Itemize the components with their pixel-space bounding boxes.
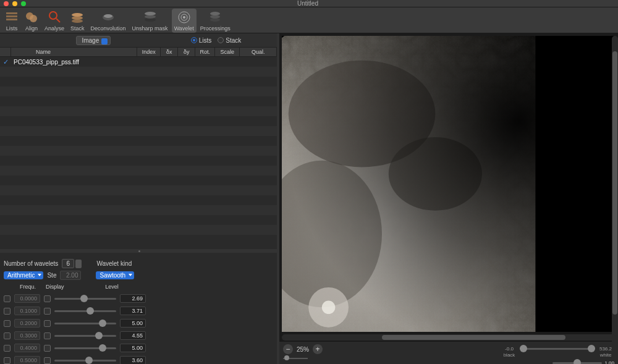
layer-level-field[interactable]: 3.71 (120, 307, 146, 315)
wavelet-kind-label: Wavelet kind (96, 260, 132, 267)
wavelet-algorithm-select[interactable]: Arithmetic (4, 271, 43, 279)
wavelet-icon (177, 10, 191, 25)
list-row-empty (0, 225, 277, 235)
svg-point-4 (30, 15, 37, 22)
list-row-empty (0, 156, 277, 166)
svg-line-6 (56, 19, 60, 22)
gamma-slider[interactable] (552, 358, 602, 364)
layer-level-field[interactable]: 4.55 (120, 331, 146, 340)
toolbar-label: Analyse (44, 25, 64, 32)
list-row-empty (0, 185, 277, 195)
window-title: Untitled (1, 0, 614, 7)
toolbar-wavelet[interactable]: Wavelet (172, 9, 197, 33)
toolbar-label: Lists (6, 25, 18, 32)
layer-level-slider[interactable] (54, 319, 116, 328)
layer-freq-checkbox[interactable] (4, 345, 11, 352)
unsharp-icon (143, 10, 157, 25)
toolbar-deconvolution[interactable]: Deconvolution (88, 9, 129, 33)
toolbar-align[interactable]: Align (22, 9, 41, 33)
layer-level-field[interactable]: 5.00 (120, 344, 146, 352)
layer-display-checkbox[interactable] (44, 308, 51, 315)
wavelet-layer-headers: Frequ. Display Level (4, 284, 273, 290)
col-check[interactable] (0, 48, 11, 56)
toolbar-label: Wavelet (174, 25, 194, 32)
layer-level-field[interactable]: 3.60 (120, 356, 146, 364)
row-filename: PC040533_pipp_pss.tiff (11, 59, 277, 66)
wavelet-layers-container: 0.00002.690.10003.710.20005.000.30004.55… (4, 292, 273, 364)
step-value-field[interactable]: 2.00 (60, 271, 81, 280)
num-wavelets-stepper[interactable]: 6 (62, 259, 82, 268)
layer-display-checkbox[interactable] (44, 345, 51, 352)
layer-freq-checkbox[interactable] (4, 295, 11, 302)
viewer-horizontal-scrollbar[interactable] (282, 334, 616, 341)
svg-rect-0 (6, 12, 17, 14)
layer-level-slider[interactable] (54, 344, 116, 352)
radio-stack[interactable]: Stack (218, 37, 241, 44)
svg-point-14 (145, 12, 156, 15)
zoom-out-button[interactable]: − (283, 344, 293, 354)
radio-lists[interactable]: Lists (191, 37, 212, 44)
layer-freq-field[interactable]: 0.3000 (14, 331, 40, 340)
toolbar-lists[interactable]: Lists (2, 9, 21, 33)
black-white-slider[interactable] (520, 344, 595, 353)
list-row-empty (0, 116, 277, 126)
zoom-value: 25% (297, 346, 309, 353)
row-checkbox[interactable]: ✓ (0, 58, 11, 66)
layer-display-checkbox[interactable] (44, 295, 51, 302)
stepper-arrows-icon[interactable] (75, 260, 82, 268)
svg-point-20 (210, 12, 220, 15)
toolbar-stack[interactable]: Stack (68, 9, 87, 33)
list-row-empty (0, 215, 277, 225)
svg-point-11 (104, 14, 112, 18)
layer-display-checkbox[interactable] (44, 320, 51, 327)
toolbar-processings[interactable]: Processings (198, 9, 233, 33)
layer-freq-checkbox[interactable] (4, 332, 11, 339)
list-rows-container[interactable]: ✓PC040533_pipp_pss.tiff (0, 57, 277, 249)
toolbar-label: Stack (70, 25, 85, 32)
view-mode-select[interactable]: Image (76, 36, 111, 45)
layer-freq-field[interactable]: 0.0000 (14, 294, 40, 303)
layer-freq-checkbox[interactable] (4, 308, 11, 315)
layer-freq-checkbox[interactable] (4, 320, 11, 327)
processings-icon (208, 10, 222, 25)
list-toolbar: Image Lists Stack (0, 33, 277, 47)
layer-freq-field[interactable]: 0.1000 (14, 307, 40, 315)
layer-freq-checkbox[interactable] (4, 357, 11, 364)
toolbar-analyse[interactable]: Analyse (42, 9, 67, 33)
wavelet-panel: Number of wavelets 6 Wavelet kind Arithm… (0, 253, 277, 364)
col-index[interactable]: Index (137, 48, 161, 56)
col-name[interactable]: Name (11, 48, 137, 56)
analyse-icon (48, 10, 61, 25)
layer-level-slider[interactable] (54, 356, 116, 364)
layer-level-slider[interactable] (54, 294, 116, 303)
wavelet-layer-row: 0.50003.60 (4, 354, 273, 364)
zoom-slider[interactable] (283, 355, 308, 362)
layer-level-slider[interactable] (54, 307, 116, 315)
image-viewer[interactable] (282, 36, 616, 332)
moon-image (282, 36, 616, 332)
layer-freq-field[interactable]: 0.2000 (14, 319, 40, 328)
num-wavelets-label: Number of wavelets (4, 260, 58, 267)
layer-freq-field[interactable]: 0.4000 (14, 344, 40, 352)
wavelet-layer-row: 0.00002.69 (4, 292, 273, 305)
layer-level-field[interactable]: 5.00 (120, 319, 146, 328)
wavelet-kind-select[interactable]: Sawtooth (96, 271, 134, 279)
col-scale[interactable]: Scale (215, 48, 240, 56)
list-row-empty (0, 235, 277, 245)
toolbar-unsharp-mask[interactable]: Unsharp mask (130, 9, 171, 33)
col-dy[interactable]: δy (178, 48, 195, 56)
layer-level-field[interactable]: 2.69 (120, 294, 146, 303)
zoom-in-button[interactable]: + (313, 344, 323, 354)
col-dx[interactable]: δx (161, 48, 178, 56)
col-qual[interactable]: Qual. (240, 48, 277, 56)
col-rot[interactable]: Rot. (195, 48, 215, 56)
viewer-vertical-scrollbar[interactable] (612, 36, 618, 345)
horizontal-splitter[interactable] (0, 249, 277, 253)
layer-display-checkbox[interactable] (44, 332, 51, 339)
toolbar-label: Align (25, 25, 38, 32)
layer-level-slider[interactable] (54, 331, 116, 340)
list-row[interactable]: ✓PC040533_pipp_pss.tiff (0, 57, 277, 67)
layer-display-checkbox[interactable] (44, 357, 51, 364)
layer-freq-field[interactable]: 0.5000 (14, 356, 40, 364)
lists-icon (5, 10, 19, 25)
